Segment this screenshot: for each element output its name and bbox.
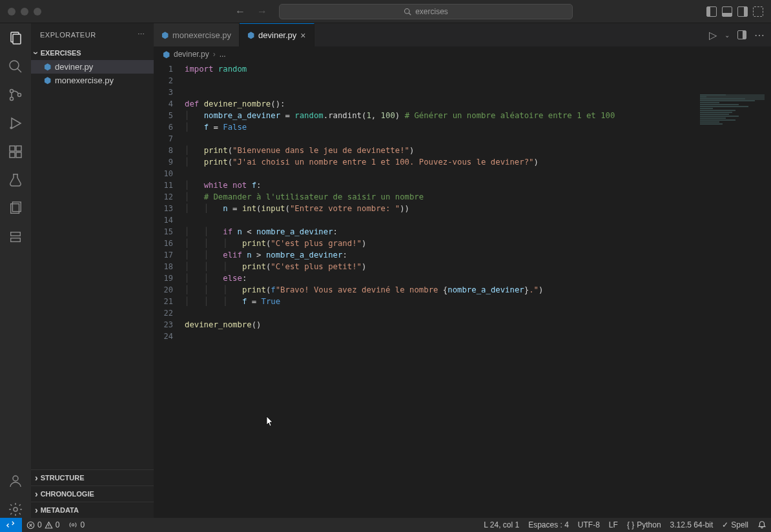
- chevron-down-icon: [35, 48, 38, 58]
- source-control-icon[interactable]: [7, 87, 24, 103]
- layout-sidebar-left-icon[interactable]: [706, 6, 717, 17]
- svg-rect-3: [13, 34, 21, 44]
- sidebar-more-icon[interactable]: ⋯: [138, 30, 145, 39]
- warning-count: 0: [56, 520, 60, 529]
- titlebar: ← → exercises: [0, 0, 771, 23]
- language-mode[interactable]: { } Python: [622, 520, 666, 529]
- file-name: deviner.py: [55, 62, 93, 72]
- run-file-icon[interactable]: ▷: [709, 29, 717, 41]
- svg-point-8: [18, 94, 21, 97]
- minimize-window-icon[interactable]: [21, 8, 28, 15]
- file-item[interactable]: ⬢monexercise.py: [31, 74, 154, 87]
- server-icon[interactable]: [7, 229, 24, 245]
- language-braces-icon: { }: [627, 520, 634, 529]
- ports-count: 0: [80, 520, 85, 529]
- references-icon[interactable]: [7, 200, 24, 217]
- python-file-icon: ⬢: [44, 76, 51, 85]
- warning-icon: [45, 521, 53, 529]
- python-file-icon: ⬢: [161, 30, 169, 40]
- svg-point-10: [10, 127, 12, 128]
- error-count: 0: [37, 520, 42, 529]
- code-content[interactable]: import random def deviner_nombre():│ nom…: [185, 62, 771, 518]
- python-file-icon: ⬢: [247, 30, 254, 40]
- run-debug-icon[interactable]: [7, 115, 24, 132]
- notifications-icon[interactable]: [753, 520, 771, 529]
- close-window-icon[interactable]: [8, 8, 15, 15]
- chevron-right-icon: [35, 473, 38, 483]
- editor-area: ⬢monexercise.py⬢deviner.py× ▷ ⌄ ⋯ ⬢ devi…: [154, 23, 771, 518]
- layout-customize-icon[interactable]: [753, 6, 763, 17]
- command-center-search[interactable]: exercises: [279, 4, 573, 19]
- tab-label: deviner.py: [258, 30, 296, 40]
- account-icon[interactable]: [7, 473, 24, 489]
- svg-rect-12: [16, 146, 21, 151]
- layout-panel-icon[interactable]: [722, 6, 732, 17]
- indentation-status[interactable]: Espaces : 4: [524, 520, 573, 529]
- error-icon: [26, 521, 35, 529]
- svg-point-22: [72, 524, 75, 526]
- breadcrumbs[interactable]: ⬢ deviner.py › ...: [154, 46, 771, 62]
- settings-gear-icon[interactable]: [7, 501, 24, 518]
- svg-rect-11: [10, 146, 15, 151]
- svg-point-20: [14, 507, 17, 511]
- testing-icon[interactable]: [7, 172, 24, 189]
- extensions-icon[interactable]: [7, 143, 24, 160]
- ports-status[interactable]: 0: [64, 520, 89, 529]
- encoding-status[interactable]: UTF-8: [573, 520, 604, 529]
- sidebar-title: EXPLORATEUR: [40, 31, 96, 39]
- python-file-icon: ⬢: [163, 50, 170, 59]
- svg-point-7: [10, 97, 14, 101]
- window-controls: [8, 8, 41, 15]
- editor-more-icon[interactable]: ⋯: [754, 29, 765, 41]
- check-icon: ✓: [722, 520, 728, 529]
- svg-line-1: [409, 13, 411, 15]
- file-item[interactable]: ⬢deviner.py: [31, 60, 154, 74]
- nav-back-icon[interactable]: ←: [235, 6, 245, 17]
- activity-bar: [0, 23, 31, 518]
- split-editor-icon[interactable]: [737, 30, 746, 39]
- cursor-position[interactable]: L 24, col 1: [479, 520, 524, 529]
- breadcrumb-separator: ›: [213, 50, 216, 59]
- maximize-window-icon[interactable]: [34, 8, 41, 15]
- svg-rect-17: [11, 232, 21, 236]
- code-editor[interactable]: 123456789101112131415161718192021222324 …: [154, 62, 771, 518]
- problems-status[interactable]: 0 0: [22, 520, 64, 529]
- spell-check-status[interactable]: ✓ Spell: [717, 520, 753, 529]
- editor-tab[interactable]: ⬢deviner.py×: [240, 23, 314, 46]
- python-file-icon: ⬢: [44, 62, 51, 72]
- svg-marker-9: [12, 118, 21, 128]
- folder-section-header[interactable]: EXERCISES: [31, 46, 154, 60]
- search-placeholder: exercises: [415, 7, 448, 16]
- breadcrumb-file: deviner.py: [174, 50, 209, 59]
- svg-rect-14: [16, 152, 21, 158]
- minimap[interactable]: [700, 94, 765, 133]
- svg-point-6: [10, 90, 14, 93]
- run-dropdown-icon[interactable]: ⌄: [725, 32, 730, 39]
- language-label: Python: [637, 520, 661, 529]
- collapsed-section[interactable]: CHRONOLOGIE: [31, 486, 154, 502]
- editor-tabs: ⬢monexercise.py⬢deviner.py× ▷ ⌄ ⋯: [154, 23, 771, 46]
- search-panel-icon[interactable]: [7, 58, 24, 75]
- chevron-right-icon: [35, 505, 38, 515]
- collapsed-section[interactable]: METADATA: [31, 502, 154, 518]
- close-tab-icon[interactable]: ×: [300, 30, 305, 41]
- chevron-right-icon: [35, 489, 38, 499]
- python-version[interactable]: 3.12.5 64-bit: [666, 520, 718, 529]
- search-icon: [404, 8, 411, 15]
- collapsed-section[interactable]: STRUCTURE: [31, 469, 154, 486]
- line-gutter: 123456789101112131415161718192021222324: [154, 62, 185, 518]
- svg-line-5: [17, 68, 21, 72]
- nav-forward-icon[interactable]: →: [257, 6, 267, 17]
- spell-label: Spell: [731, 520, 748, 529]
- editor-tab[interactable]: ⬢monexercise.py: [154, 23, 240, 46]
- breadcrumb-more: ...: [220, 50, 226, 59]
- folder-name: EXERCISES: [41, 49, 81, 57]
- remote-indicator[interactable]: [0, 518, 22, 532]
- eol-status[interactable]: LF: [604, 520, 622, 529]
- explorer-icon[interactable]: [7, 30, 24, 46]
- svg-point-0: [405, 8, 410, 14]
- section-label: METADATA: [41, 506, 79, 514]
- explorer-sidebar: EXPLORATEUR ⋯ EXERCISES ⬢deviner.py⬢mone…: [31, 23, 154, 518]
- svg-point-4: [10, 61, 19, 70]
- layout-sidebar-right-icon[interactable]: [737, 6, 748, 17]
